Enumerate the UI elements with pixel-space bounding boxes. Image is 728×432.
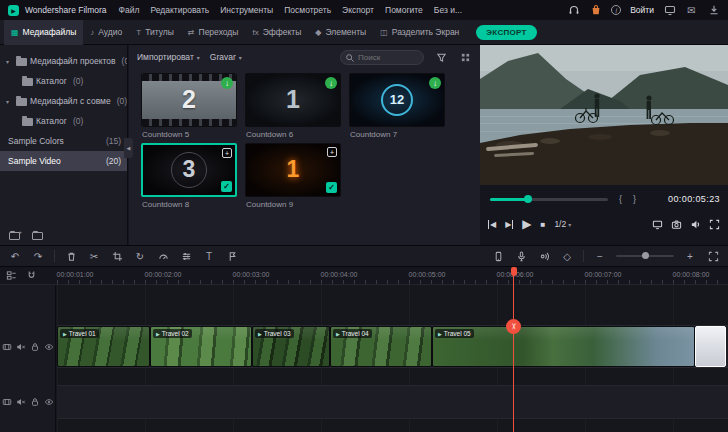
sidebar-item-sample-video[interactable]: Sample Video (20) [0, 151, 127, 171]
hide-track-eye-icon[interactable] [44, 342, 54, 352]
tab-transitions[interactable]: ⇄Переходы [181, 20, 246, 45]
import-dropdown[interactable]: Импортироват▾ [137, 52, 200, 62]
zoom-in-button[interactable]: + [683, 249, 697, 263]
store-bag-icon[interactable] [589, 4, 602, 17]
sidebar-item-catalog-2[interactable]: Каталог (0) [0, 111, 127, 131]
tab-effects[interactable]: fxЭффекты [245, 20, 308, 45]
timeline-clip[interactable]: ▶Travel 01 [57, 326, 150, 367]
stop-button[interactable]: ■ [541, 220, 546, 229]
crop-button[interactable] [110, 249, 124, 263]
media-item-countdown5[interactable]: 2 ↓ Countdown 5 [141, 73, 237, 139]
sidebar-item-project-media[interactable]: ▾ Медиафайл проектов (0) [0, 51, 127, 71]
volume-icon[interactable] [690, 219, 701, 230]
seek-handle[interactable] [524, 195, 532, 203]
timeline[interactable]: ▶Travel 01 ▶Travel 02 ▶Travel 03 ▶Travel… [0, 285, 728, 432]
mail-icon[interactable]: ✉ [685, 4, 698, 17]
download-badge[interactable]: ↓ [325, 77, 337, 89]
marker-button[interactable] [225, 249, 239, 263]
media-item-countdown7[interactable]: 12 ↓ Countdown 7 [349, 73, 445, 139]
grid-view-icon[interactable] [458, 50, 472, 64]
login-button[interactable]: Войти [630, 5, 654, 15]
manage-tracks-icon[interactable] [6, 270, 17, 281]
export-button[interactable]: ЭКСПОРТ [476, 25, 536, 40]
zoom-out-button[interactable]: − [593, 249, 607, 263]
keyframe-button[interactable]: ◇ [560, 249, 574, 263]
timeline-clip[interactable]: ▶Travel 04 [330, 326, 432, 367]
add-folder-button[interactable]: + [9, 232, 20, 240]
timeline-clip-selected[interactable] [695, 326, 726, 367]
search-input[interactable] [358, 53, 418, 62]
media-item-countdown6[interactable]: 1 ↓ Countdown 6 [245, 73, 341, 139]
timeline-zoom-slider[interactable] [616, 255, 674, 257]
menu-view[interactable]: Посмотреть [284, 5, 331, 15]
redo-button[interactable]: ↷ [31, 249, 45, 263]
timeline-clip[interactable]: ▶Travel 05 [432, 326, 695, 367]
fullscreen-icon[interactable] [709, 219, 720, 230]
search-box[interactable] [340, 50, 424, 65]
media-thumbnail[interactable]: 12 ↓ [349, 73, 445, 127]
delete-button[interactable] [64, 249, 78, 263]
mute-track-icon[interactable] [16, 397, 26, 407]
preview-video[interactable] [480, 45, 728, 185]
download-icon[interactable] [707, 4, 720, 17]
chevron-down-icon[interactable]: ▾ [6, 98, 13, 105]
collapse-sidebar-arrow[interactable]: ◀ [124, 138, 133, 158]
filter-icon[interactable] [434, 50, 448, 64]
media-thumbnail[interactable]: 1 + ✓ [245, 143, 341, 197]
sidebar-item-shared-media[interactable]: ▾ Медиафайл с совме (0) [0, 91, 127, 111]
tab-elements[interactable]: ◆Элементы [308, 20, 373, 45]
menu-file[interactable]: Файл [119, 5, 140, 15]
timeline-ruler[interactable]: 00:00:01:00 00:00:02:00 00:00:03:00 00:0… [0, 267, 728, 285]
tab-media[interactable]: ▦Медиафайлы [4, 20, 83, 45]
hide-track-eye-icon[interactable] [44, 397, 54, 407]
fit-timeline-button[interactable] [706, 249, 720, 263]
next-frame-button[interactable]: ▶ [505, 220, 513, 229]
sidebar-item-sample-colors[interactable]: Sample Colors (15) [0, 131, 127, 151]
undo-button[interactable]: ↶ [8, 249, 22, 263]
voiceover-mic-button[interactable] [514, 249, 528, 263]
media-item-countdown9[interactable]: 1 + ✓ Countdown 9 [245, 143, 341, 209]
play-button[interactable]: ▶ [522, 217, 531, 231]
split-scissors-button[interactable]: ✂ [87, 249, 101, 263]
media-thumbnail[interactable]: 1 ↓ [245, 73, 341, 127]
support-headset-icon[interactable] [567, 4, 580, 17]
previous-frame-button[interactable]: ◀ [488, 220, 496, 229]
info-icon[interactable]: i [611, 5, 621, 15]
audio-mixer-button[interactable] [537, 249, 551, 263]
mark-out-icon[interactable]: } [633, 194, 636, 204]
mute-track-icon[interactable] [16, 342, 26, 352]
mirror-display-icon[interactable] [652, 219, 663, 230]
sidebar-item-catalog-1[interactable]: Каталог (0) [0, 71, 127, 91]
seek-bar[interactable] [490, 198, 608, 201]
text-button[interactable]: T [202, 249, 216, 263]
menu-export[interactable]: Экспорт [342, 5, 374, 15]
media-thumbnail[interactable]: 2 ↓ [141, 73, 237, 127]
playback-quality-dropdown[interactable]: 1/2▾ [554, 219, 571, 229]
download-badge[interactable]: ↓ [429, 77, 441, 89]
snapping-magnet-icon[interactable] [26, 270, 37, 281]
download-badge[interactable]: ↓ [221, 77, 233, 89]
tab-audio[interactable]: ♪Аудио [83, 20, 129, 45]
screen-share-icon[interactable] [663, 4, 676, 17]
folder-button[interactable] [32, 232, 43, 240]
sort-dropdown[interactable]: Gravar▾ [210, 52, 242, 62]
tab-splitscreen[interactable]: ◫Разделить Экран [373, 20, 466, 45]
zoom-slider-handle[interactable] [642, 252, 649, 259]
media-thumbnail[interactable]: 3 + ✓ [141, 143, 237, 197]
timeline-clip[interactable]: ▶Travel 03 [252, 326, 330, 367]
media-item-countdown8[interactable]: 3 + ✓ Countdown 8 [141, 143, 237, 209]
menu-project-title[interactable]: Без и... [434, 5, 462, 15]
timeline-clip[interactable]: ▶Travel 02 [150, 326, 252, 367]
menu-help[interactable]: Помогите [385, 5, 423, 15]
menu-tools[interactable]: Инструменты [220, 5, 273, 15]
color-adjust-button[interactable] [179, 249, 193, 263]
menu-edit[interactable]: Редактировать [150, 5, 209, 15]
lock-track-icon[interactable] [30, 397, 40, 407]
snapshot-camera-icon[interactable] [671, 219, 682, 230]
cut-at-playhead-button[interactable]: ✂ [506, 319, 521, 334]
speed-button[interactable] [156, 249, 170, 263]
mark-in-icon[interactable]: { [619, 194, 622, 204]
tab-titles[interactable]: TТитулы [129, 20, 181, 45]
rotate-button[interactable]: ↻ [133, 249, 147, 263]
chevron-down-icon[interactable]: ▾ [6, 58, 13, 65]
